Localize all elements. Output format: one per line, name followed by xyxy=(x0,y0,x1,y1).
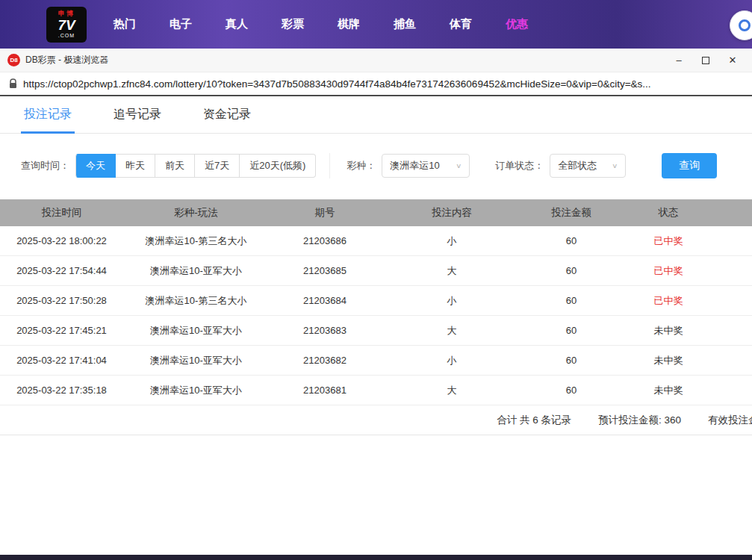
cell-game: 澳洲幸运10-亚军大小 xyxy=(123,264,269,278)
site-logo[interactable]: 申博 7V .COM xyxy=(46,7,87,43)
col-header-content: 投注内容 xyxy=(381,206,523,220)
floating-widget[interactable] xyxy=(730,10,752,40)
logo-line2: 7V xyxy=(58,18,75,32)
cell-game: 澳洲幸运10-亚军大小 xyxy=(123,354,269,367)
cell-issue: 21203685 xyxy=(269,265,381,276)
cell-time: 2025-03-22 17:50:28 xyxy=(0,295,123,306)
status-select-value: 全部状态 xyxy=(558,159,597,172)
status-filter-label: 订单状态： xyxy=(495,159,544,172)
table-body: 2025-03-22 18:00:22澳洲幸运10-第三名大小21203686小… xyxy=(0,226,752,405)
lottery-select[interactable]: 澳洲幸运10 ∨ xyxy=(382,154,470,178)
table-row: 2025-03-22 17:50:28澳洲幸运10-第三名大小21203684小… xyxy=(0,286,752,316)
filter-divider xyxy=(329,153,330,178)
time-option-7days[interactable]: 近7天 xyxy=(195,154,240,178)
cell-status: 已中奖 xyxy=(620,234,717,248)
logo-line3: .COM xyxy=(58,33,75,38)
floating-widget-icon xyxy=(739,19,751,31)
nav-item-cards[interactable]: 棋牌 xyxy=(338,17,360,31)
minimize-button[interactable]: – xyxy=(665,51,692,70)
cell-game: 澳洲幸运10-第三名大小 xyxy=(123,294,269,308)
tab-bet-records[interactable]: 投注记录 xyxy=(21,107,75,133)
cell-issue: 21203686 xyxy=(269,235,381,246)
cell-amount: 60 xyxy=(523,265,620,276)
cell-time: 2025-03-22 18:00:22 xyxy=(0,235,123,246)
col-header-game: 彩种-玩法 xyxy=(123,206,269,220)
cell-content: 大 xyxy=(381,384,523,397)
summary-valid: 有效投注金额 xyxy=(708,414,752,427)
table-row: 2025-03-22 17:41:04澳洲幸运10-亚军大小21203682小6… xyxy=(0,346,752,376)
nav-item-live[interactable]: 真人 xyxy=(226,17,248,31)
lottery-select-value: 澳洲幸运10 xyxy=(390,159,439,172)
time-filter-label: 查询时间： xyxy=(21,159,69,172)
cell-status: 未中奖 xyxy=(620,354,717,367)
browser-urlbar[interactable]: https://ctop02pchwp1.zfnc84.com/lottery/… xyxy=(0,72,752,96)
nav-item-sports[interactable]: 体育 xyxy=(450,17,472,31)
nav-item-hot[interactable]: 热门 xyxy=(114,17,136,31)
browser-titlebar: D8 DB彩票 - 极速浏览器 – ✕ xyxy=(0,49,752,72)
cell-amount: 60 xyxy=(523,385,620,396)
nav-item-promo[interactable]: 优惠 xyxy=(506,17,528,31)
nav-item-fishing[interactable]: 捕鱼 xyxy=(394,17,416,31)
window-controls: – ✕ xyxy=(665,51,746,70)
summary-total: 合计 共 6 条记录 xyxy=(497,414,571,427)
cell-game: 澳洲幸运10-第三名大小 xyxy=(123,234,269,248)
filter-bar: 查询时间： 今天 昨天 前天 近7天 近20天(低频) 彩种： 澳洲幸运10 ∨… xyxy=(0,153,752,178)
nav-item-lottery[interactable]: 彩票 xyxy=(282,17,304,31)
maximize-button[interactable] xyxy=(692,51,719,70)
cell-time: 2025-03-22 17:41:04 xyxy=(0,355,123,366)
table-header: 投注时间 彩种-玩法 期号 投注内容 投注金额 状态 xyxy=(0,199,752,226)
cell-game: 澳洲幸运10-亚军大小 xyxy=(123,384,269,397)
cell-amount: 60 xyxy=(523,355,620,366)
cell-issue: 21203684 xyxy=(269,295,381,306)
bottom-strip xyxy=(0,555,752,560)
tab-chase-records[interactable]: 追号记录 xyxy=(111,107,164,133)
col-header-time: 投注时间 xyxy=(0,206,123,220)
order-status-select[interactable]: 全部状态 ∨ xyxy=(550,154,626,178)
bet-records-table: 投注时间 彩种-玩法 期号 投注内容 投注金额 状态 2025-03-22 18… xyxy=(0,199,752,405)
cell-issue: 21203682 xyxy=(269,355,381,366)
time-option-day-before[interactable]: 前天 xyxy=(155,154,195,178)
cell-content: 大 xyxy=(381,264,523,278)
col-header-issue: 期号 xyxy=(269,206,381,220)
summary-bar: 合计 共 6 条记录 预计投注金额: 360 有效投注金额 xyxy=(0,405,752,435)
cell-content: 小 xyxy=(381,294,523,308)
close-button[interactable]: ✕ xyxy=(719,51,746,70)
cell-status: 已中奖 xyxy=(620,294,717,308)
time-option-yesterday[interactable]: 昨天 xyxy=(116,154,155,178)
cell-content: 小 xyxy=(381,354,523,367)
maximize-icon xyxy=(702,57,709,64)
cell-issue: 21203681 xyxy=(269,385,381,396)
url-text[interactable]: https://ctop02pchwp1.zfnc84.com/lottery/… xyxy=(23,78,651,90)
nav-item-slots[interactable]: 电子 xyxy=(170,17,192,31)
cell-content: 小 xyxy=(381,234,523,248)
app-icon: D8 xyxy=(7,54,20,66)
cell-amount: 60 xyxy=(523,235,620,246)
chevron-down-icon: ∨ xyxy=(456,162,462,169)
time-filter-group: 今天 昨天 前天 近7天 近20天(低频) xyxy=(75,154,316,178)
cell-issue: 21203683 xyxy=(269,325,381,336)
table-row: 2025-03-22 17:35:18澳洲幸运10-亚军大小21203681大6… xyxy=(0,376,752,405)
time-option-today[interactable]: 今天 xyxy=(75,154,116,178)
window-title: DB彩票 - 极速浏览器 xyxy=(25,54,665,66)
col-header-amount: 投注金额 xyxy=(523,206,620,220)
query-button[interactable]: 查询 xyxy=(662,153,717,178)
cell-time: 2025-03-22 17:54:44 xyxy=(0,265,123,276)
tab-fund-records[interactable]: 资金记录 xyxy=(200,107,254,133)
cell-content: 大 xyxy=(381,324,523,337)
table-row: 2025-03-22 17:45:21澳洲幸运10-亚军大小21203683大6… xyxy=(0,316,752,346)
cell-time: 2025-03-22 17:45:21 xyxy=(0,325,123,336)
cell-time: 2025-03-22 17:35:18 xyxy=(0,385,123,396)
cell-status: 未中奖 xyxy=(620,324,717,337)
cell-amount: 60 xyxy=(523,295,620,306)
chevron-down-icon: ∨ xyxy=(612,162,618,169)
site-nav-items: 热门 电子 真人 彩票 棋牌 捕鱼 体育 优惠 xyxy=(114,17,562,31)
summary-expected: 预计投注金额: 360 xyxy=(598,414,681,427)
table-row: 2025-03-22 17:54:44澳洲幸运10-亚军大小21203685大6… xyxy=(0,256,752,286)
cell-game: 澳洲幸运10-亚军大小 xyxy=(123,324,269,337)
cell-amount: 60 xyxy=(523,325,620,336)
cell-status: 未中奖 xyxy=(620,384,717,397)
lottery-filter-label: 彩种： xyxy=(347,159,376,172)
logo-line1: 申博 xyxy=(58,10,75,17)
time-option-20days[interactable]: 近20天(低频) xyxy=(240,154,316,178)
lock-icon xyxy=(9,78,17,89)
